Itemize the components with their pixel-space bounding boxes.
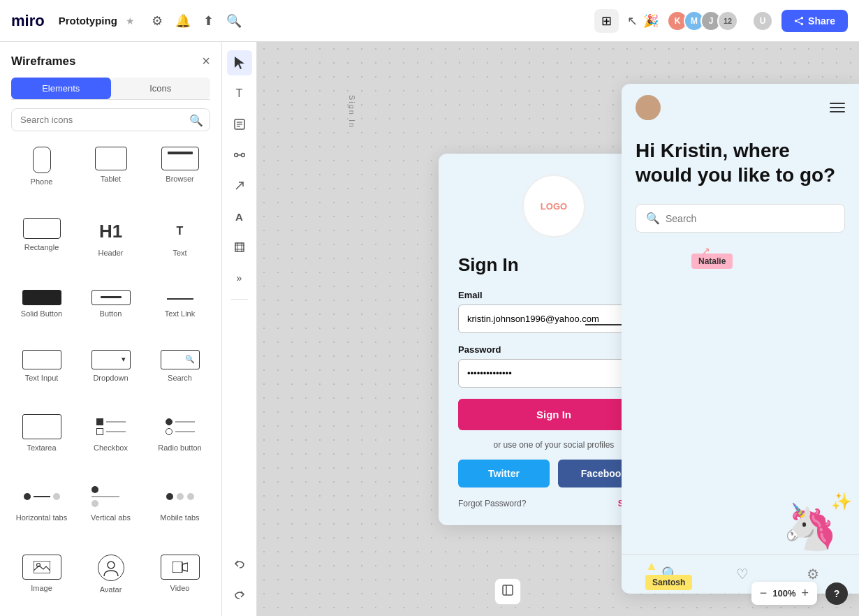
avatar-single[interactable]: U <box>752 10 773 31</box>
zoom-bar: − 100% + <box>751 582 817 605</box>
phone-label: Phone <box>31 177 53 186</box>
button-label: Button <box>100 309 122 318</box>
help-button[interactable]: ? <box>825 582 848 605</box>
panel-toggle-button[interactable] <box>494 578 521 605</box>
connect-tool[interactable] <box>227 142 252 168</box>
element-tablet[interactable]: Tablet <box>78 140 144 208</box>
frame-tool[interactable] <box>227 235 252 260</box>
settings-icon[interactable]: ⚙ <box>152 13 163 29</box>
footer-heart-icon[interactable]: ♡ <box>736 566 749 582</box>
textarea-label: Textarea <box>27 443 56 452</box>
logo[interactable]: miro <box>11 12 45 30</box>
svg-point-15 <box>234 154 237 157</box>
element-text-link[interactable]: Text Link <box>147 283 213 340</box>
text-label: Text <box>172 249 186 257</box>
search-bar: 🔍 <box>11 108 210 131</box>
solid-button-label: Solid Button <box>21 309 62 318</box>
element-text-input[interactable]: Text Input <box>8 343 75 404</box>
password-input[interactable] <box>458 359 649 388</box>
apps-button[interactable]: ⊞ <box>594 9 619 33</box>
svg-line-3 <box>797 18 800 20</box>
element-image[interactable]: Image <box>8 548 75 616</box>
footer-settings-icon[interactable]: ⚙ <box>807 566 819 582</box>
element-search[interactable]: 🔍 Search <box>147 343 213 404</box>
canvas[interactable]: 😬 💬 LOGO Sign In Email Password 👁 Sign I… <box>257 42 859 616</box>
element-video[interactable]: Video <box>147 548 213 616</box>
santosh-area: ▲ Santosh <box>645 559 692 590</box>
rectangle-label: Rectangle <box>24 243 59 251</box>
social-buttons: Twitter Facebook <box>458 460 649 487</box>
forgot-password-link[interactable]: Forgot Password? <box>458 499 526 508</box>
zoom-value: 100% <box>772 588 795 599</box>
arrow-tool[interactable] <box>227 173 252 198</box>
avatars: K M J 12 <box>667 10 738 31</box>
desktop-avatar[interactable] <box>636 95 661 120</box>
search-icons-input[interactable] <box>11 108 210 131</box>
element-button[interactable]: Button <box>78 283 144 340</box>
star-icon[interactable]: ★ <box>126 15 135 27</box>
sticky-note-tool[interactable] <box>227 112 252 137</box>
upload-icon[interactable]: ⬆ <box>203 13 214 29</box>
element-dropdown[interactable]: ▾ Dropdown <box>78 343 144 404</box>
video-icon <box>161 555 200 580</box>
signin-button[interactable]: Sign In <box>458 399 649 430</box>
element-horizontal-tabs[interactable]: Horizontal tabs <box>8 477 75 544</box>
share-button[interactable]: Share <box>781 10 848 32</box>
element-vertical-tabs[interactable]: Vertical abs <box>78 477 144 544</box>
cursor-mode-icon[interactable]: ↖ <box>627 13 638 29</box>
element-header[interactable]: H1 Header <box>78 211 144 279</box>
zoom-out-button[interactable]: − <box>760 586 768 601</box>
element-radio-button[interactable]: Radio button <box>147 407 213 474</box>
undo-button[interactable] <box>227 552 252 577</box>
element-phone[interactable]: Phone <box>8 140 75 208</box>
bell-icon[interactable]: 🔔 <box>175 13 191 29</box>
tablet-icon <box>95 147 127 170</box>
video-label: Video <box>170 584 190 592</box>
element-avatar[interactable]: Avatar <box>78 548 144 616</box>
radio-button-icon <box>161 414 200 439</box>
avatar-icon <box>98 555 124 581</box>
element-textarea[interactable]: Textarea <box>8 407 75 474</box>
password-field-wrapper: 👁 <box>458 359 649 388</box>
more-tools[interactable]: » <box>227 265 252 291</box>
text-tool[interactable]: T <box>227 81 252 106</box>
svg-rect-8 <box>172 562 182 573</box>
hamburger-menu[interactable] <box>830 103 845 112</box>
search-box[interactable]: 🔍 <box>636 204 845 233</box>
tab-icons[interactable]: Icons <box>111 78 211 99</box>
element-mobile-tabs[interactable]: Mobile tabs <box>147 477 213 544</box>
element-rectangle[interactable]: Rectangle <box>8 211 75 279</box>
redo-button[interactable] <box>227 582 252 608</box>
font-tool[interactable]: A <box>227 204 252 229</box>
element-browser[interactable]: Browser <box>147 140 213 208</box>
avatar-count[interactable]: 12 <box>717 10 738 31</box>
cursor-tool[interactable] <box>227 50 252 75</box>
text-link-label: Text Link <box>165 309 195 318</box>
svg-rect-26 <box>503 585 513 595</box>
header-icon: H1 <box>92 218 130 244</box>
twitter-button[interactable]: Twitter <box>458 460 550 487</box>
play-icon[interactable]: 🎉 <box>643 13 659 29</box>
logo-circle: LOGO <box>522 175 585 237</box>
project-name[interactable]: Prototyping <box>59 15 117 27</box>
natalie-cursor: ↗ <box>702 245 710 256</box>
horizontal-tabs-label: Horizontal tabs <box>16 513 67 522</box>
close-sidebar-button[interactable]: × <box>202 53 210 69</box>
element-checkbox[interactable]: Checkbox <box>78 407 144 474</box>
avatar-label: Avatar <box>100 585 122 594</box>
svg-line-18 <box>236 182 243 189</box>
search-icon[interactable]: 🔍 <box>226 13 242 29</box>
tool-panel: T A » <box>222 42 257 616</box>
mobile-tabs-icon <box>161 484 200 509</box>
zoom-in-button[interactable]: + <box>801 586 809 601</box>
search-box-icon: 🔍 <box>646 212 660 225</box>
element-text[interactable]: T Text <box>147 211 213 279</box>
radio-button-label: Radio button <box>158 443 201 452</box>
mobile-tabs-label: Mobile tabs <box>160 513 199 522</box>
tab-elements[interactable]: Elements <box>11 78 111 99</box>
element-solid-button[interactable]: Solid Button <box>8 283 75 340</box>
phone-icon <box>33 147 51 173</box>
search-box-input[interactable] <box>666 213 835 224</box>
horizontal-tabs-icon <box>22 484 61 509</box>
browser-label: Browser <box>166 175 193 183</box>
